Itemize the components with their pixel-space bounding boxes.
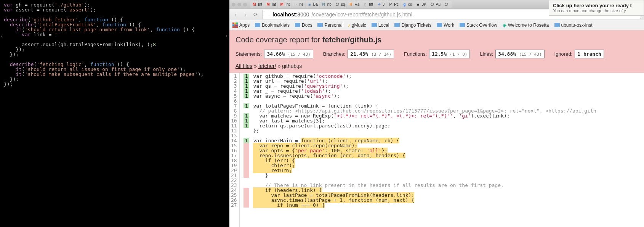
bookmark-label: Local: [378, 23, 389, 28]
nav-forward-button[interactable]: ›: [242, 11, 249, 18]
bookmark-item[interactable]: Work: [437, 23, 454, 28]
bookmark-item[interactable]: Django Tickets: [394, 23, 431, 28]
folder-icon: [317, 23, 323, 27]
tab-label: Ba: [313, 2, 318, 6]
bookmark-item[interactable]: Personal: [317, 23, 342, 28]
browser-tab[interactable]: ▯htt: [361, 1, 375, 8]
browser-tab[interactable]: ⎔Au: [428, 1, 442, 8]
tab-favicon: ○: [293, 2, 298, 7]
bookmark-item[interactable]: ubuntu-osx-inst: [554, 23, 593, 28]
browser-tab[interactable]: ✦J: [375, 1, 386, 8]
rosetta-icon: ◉: [503, 23, 506, 28]
bookmark-item[interactable]: ♪gMusic: [348, 23, 366, 28]
stat-value: 12.5% (1 / 8): [429, 50, 470, 58]
browser-tab[interactable]: ■0K: [414, 1, 428, 8]
tab-favicon: ⎔: [335, 2, 340, 7]
browser-tab[interactable]: Nnb: [320, 1, 333, 8]
stat-label: Branches:: [323, 51, 346, 57]
tab-favicon: M: [252, 2, 257, 7]
tab-label: 0K: [422, 2, 426, 6]
browser-tab[interactable]: gco: [400, 1, 414, 8]
bookmark-item[interactable]: Stack Overflow: [460, 23, 497, 28]
coverage-source: 1234567891011121314151617181920212223242…: [229, 73, 644, 227]
browser-tab[interactable]: ⎔sq: [333, 1, 347, 8]
url-host: localhost:3000: [272, 11, 309, 18]
nav-back-button[interactable]: ‹: [232, 11, 239, 18]
app-container: var gh = require('./github'); var assert…: [0, 0, 644, 227]
tab-label: Int: [258, 2, 262, 6]
browser-tab[interactable]: MInt: [264, 1, 277, 8]
tab-favicon: ■: [307, 2, 312, 7]
coverage-stat: Functions: 12.5% (1 / 8): [404, 50, 470, 58]
folder-icon: [255, 23, 260, 27]
screencast-tooltip: Click up here when you're ready t You ca…: [549, 0, 644, 16]
tooltip-title: Click up here when you're ready t: [553, 3, 640, 8]
folder-icon: [437, 23, 442, 27]
tab-favicon: N: [321, 2, 326, 7]
page-icon: [265, 12, 270, 17]
breadcrumb: All files » fetcher/ » github.js: [235, 63, 638, 69]
gmusic-icon: ♪: [348, 23, 350, 28]
window-traffic-lights[interactable]: [232, 3, 247, 6]
folder-icon: [394, 23, 400, 27]
browser-tab[interactable]: ⎔: [442, 1, 452, 8]
tab-label: J: [383, 2, 384, 6]
tab-favicon: P: [388, 2, 393, 7]
code-editor-pane[interactable]: var gh = require('./github'); var assert…: [0, 0, 229, 227]
bookmark-label: Personal: [324, 23, 342, 28]
tab-label: htt: [369, 2, 373, 6]
bookmark-label: Docs: [302, 23, 312, 28]
tab-favicon: H: [348, 2, 353, 7]
stat-value: 34.88% (15 / 43): [495, 50, 544, 58]
tab-favicon: g: [402, 2, 407, 7]
bookmark-label: Welcome to Rosetta: [508, 23, 549, 28]
tab-label: Au: [436, 2, 441, 6]
bookmark-item[interactable]: Local: [372, 23, 389, 28]
tab-label: Int: [272, 2, 276, 6]
url-path: /coverage/lcov-report/fetcher/github.js.…: [312, 11, 413, 18]
tab-label: Ite: [299, 2, 303, 6]
bookmark-item[interactable]: Bookmarklets: [255, 23, 290, 28]
bookmark-item[interactable]: Docs: [295, 23, 312, 28]
bookmark-label: Apps: [239, 23, 250, 28]
tab-favicon: ✦: [376, 2, 381, 7]
tab-favicon: ■: [416, 2, 421, 7]
tab-label: nb: [327, 2, 332, 6]
folder-icon: [460, 23, 465, 27]
stat-label: Functions:: [404, 51, 427, 57]
tab-label: co: [408, 2, 412, 6]
folder-icon: [372, 23, 377, 27]
bookmark-label: Django Tickets: [401, 23, 431, 28]
coverage-stats: Statements: 34.88% (15 / 43)Branches: 21…: [235, 50, 638, 58]
coverage-stat: Statements: 34.88% (15 / 43): [235, 50, 313, 58]
browser-tab[interactable]: ■Ba: [306, 1, 319, 8]
tab-favicon: M: [279, 2, 284, 7]
browser-tab[interactable]: PPc: [386, 1, 400, 8]
bookmark-label: Stack Overflow: [466, 23, 497, 28]
apps-icon: [232, 23, 238, 28]
tab-favicon: ▯: [363, 2, 368, 7]
bookmark-item[interactable]: Apps: [232, 23, 250, 28]
tab-favicon: ⎔: [444, 2, 449, 7]
tooltip-subtitle: You can move and change the size of y: [553, 8, 640, 13]
breadcrumb-mid[interactable]: fetcher/: [258, 63, 276, 69]
coverage-stat: Lines: 34.88% (15 / 43): [480, 50, 544, 58]
folder-icon: [295, 23, 300, 27]
browser-tab[interactable]: ○Ite: [292, 1, 305, 8]
stat-value: 1 branch: [575, 50, 604, 58]
browser-tab[interactable]: MInt: [250, 1, 264, 8]
bookmark-label: Work: [444, 23, 454, 28]
coverage-stat: Ignored: 1 branch: [554, 50, 604, 58]
bookmark-item[interactable]: ◉Welcome to Rosetta: [503, 23, 549, 28]
stat-value: 21.43% (3 / 14): [348, 50, 394, 58]
browser-tab[interactable]: MInt: [278, 1, 291, 8]
coverage-header: Code coverage report for fetcher/github.…: [229, 30, 644, 73]
folder-icon: [554, 23, 560, 27]
tab-label: Ra: [354, 2, 359, 6]
breadcrumb-root[interactable]: All files: [235, 63, 252, 69]
breadcrumb-leaf: github.js: [282, 63, 302, 69]
bookmark-label: ubuntu-osx-inst: [561, 23, 593, 28]
browser-tab[interactable]: HRa: [347, 1, 361, 8]
browser-window: Click up here when you're ready t You ca…: [229, 0, 644, 227]
nav-reload-button[interactable]: ⟳: [252, 11, 259, 18]
